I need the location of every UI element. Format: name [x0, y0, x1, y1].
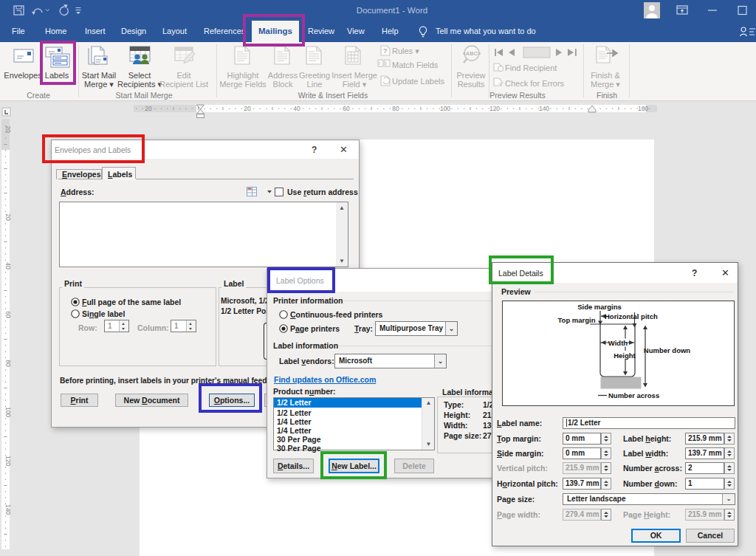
svg-text:Document1 - Word: Document1 - Word	[357, 6, 427, 15]
svg-text:Width: Width	[608, 339, 628, 347]
svg-text:Number across: Number across	[608, 391, 659, 399]
svg-text:140: 140	[539, 105, 549, 112]
svg-text:Side margins: Side margins	[577, 303, 622, 311]
svg-text:60: 60	[4, 311, 12, 318]
svg-text:180: 180	[638, 105, 648, 112]
svg-text:20: 20	[145, 105, 152, 112]
svg-text:120: 120	[489, 105, 500, 112]
svg-text:20: 20	[4, 213, 12, 221]
svg-text:40: 40	[4, 262, 12, 270]
svg-text:120: 120	[4, 456, 12, 466]
svg-text:140: 140	[4, 504, 12, 515]
svg-text:Number down: Number down	[644, 346, 691, 354]
svg-text:80: 80	[4, 360, 12, 367]
svg-text:80: 80	[392, 105, 399, 112]
svg-text:40: 40	[293, 105, 300, 112]
svg-text:60: 60	[343, 105, 350, 112]
svg-text:Height: Height	[614, 351, 636, 360]
svg-text:Horizontal pitch: Horizontal pitch	[605, 312, 658, 320]
svg-text:?: ?	[383, 47, 388, 55]
svg-text:Top margin: Top margin	[557, 316, 595, 324]
svg-text:«ABC»: «ABC»	[463, 50, 481, 57]
svg-text:20: 20	[244, 105, 251, 112]
svg-text:100: 100	[4, 407, 12, 417]
svg-text:100: 100	[440, 105, 450, 112]
